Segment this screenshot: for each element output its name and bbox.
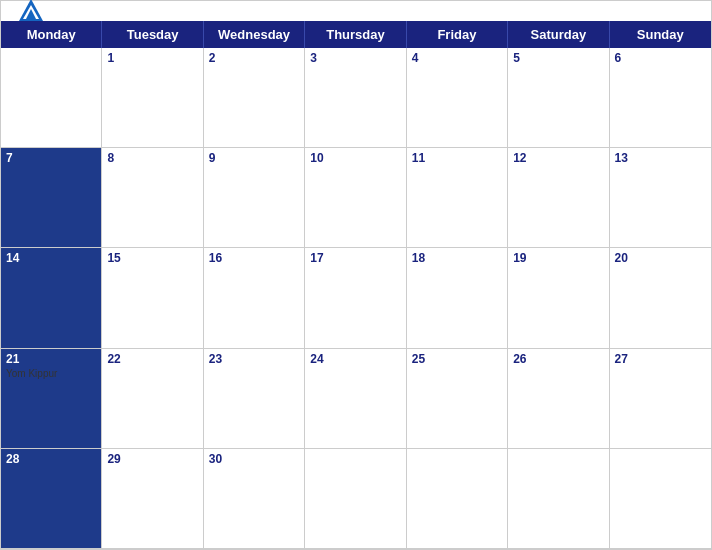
days-header: Monday Tuesday Wednesday Thursday Friday… xyxy=(1,21,711,48)
date-number: 1 xyxy=(107,51,197,65)
date-number: 7 xyxy=(6,151,96,165)
date-number: 14 xyxy=(6,251,96,265)
calendar-cell: 28 xyxy=(1,449,102,549)
date-number: 3 xyxy=(310,51,400,65)
date-number: 20 xyxy=(615,251,706,265)
calendar-cell: 20 xyxy=(610,248,711,348)
day-saturday: Saturday xyxy=(508,21,609,48)
calendar-cell: 26 xyxy=(508,349,609,449)
date-number: 9 xyxy=(209,151,299,165)
calendar-cell: 11 xyxy=(407,148,508,248)
calendar-grid: 123456789101112131415161718192021Yom Kip… xyxy=(1,48,711,549)
date-number: 25 xyxy=(412,352,502,366)
calendar-cell: 10 xyxy=(305,148,406,248)
calendar-cell: 25 xyxy=(407,349,508,449)
date-number: 21 xyxy=(6,352,96,366)
day-wednesday: Wednesday xyxy=(204,21,305,48)
calendar-cell: 27 xyxy=(610,349,711,449)
calendar-cell: 21Yom Kippur xyxy=(1,349,102,449)
calendar-cell: 19 xyxy=(508,248,609,348)
calendar-cell: 15 xyxy=(102,248,203,348)
day-monday: Monday xyxy=(1,21,102,48)
date-number: 26 xyxy=(513,352,603,366)
calendar-cell: 6 xyxy=(610,48,711,148)
calendar-cell: 12 xyxy=(508,148,609,248)
calendar-cell: 3 xyxy=(305,48,406,148)
date-number: 8 xyxy=(107,151,197,165)
logo-icon xyxy=(17,0,45,25)
calendar-cell: 2 xyxy=(204,48,305,148)
date-number: 10 xyxy=(310,151,400,165)
calendar-cell xyxy=(508,449,609,549)
date-number: 4 xyxy=(412,51,502,65)
date-number: 19 xyxy=(513,251,603,265)
calendar-cell xyxy=(1,48,102,148)
calendar-cell: 23 xyxy=(204,349,305,449)
calendar-cell: 9 xyxy=(204,148,305,248)
date-number: 2 xyxy=(209,51,299,65)
date-number: 16 xyxy=(209,251,299,265)
date-number: 24 xyxy=(310,352,400,366)
calendar-cell xyxy=(610,449,711,549)
date-number: 23 xyxy=(209,352,299,366)
logo xyxy=(17,0,49,25)
date-number: 11 xyxy=(412,151,502,165)
calendar-cell: 29 xyxy=(102,449,203,549)
date-number: 6 xyxy=(615,51,706,65)
calendar-cell: 17 xyxy=(305,248,406,348)
calendar-cell: 14 xyxy=(1,248,102,348)
calendar-cell: 18 xyxy=(407,248,508,348)
calendar-cell: 5 xyxy=(508,48,609,148)
calendar-cell xyxy=(407,449,508,549)
day-sunday: Sunday xyxy=(610,21,711,48)
calendar-cell: 24 xyxy=(305,349,406,449)
calendar-cell: 7 xyxy=(1,148,102,248)
date-number: 15 xyxy=(107,251,197,265)
date-number: 5 xyxy=(513,51,603,65)
date-number: 18 xyxy=(412,251,502,265)
calendar-cell: 8 xyxy=(102,148,203,248)
day-tuesday: Tuesday xyxy=(102,21,203,48)
calendar-cell: 22 xyxy=(102,349,203,449)
calendar-cell: 30 xyxy=(204,449,305,549)
calendar-cell xyxy=(305,449,406,549)
calendar-header xyxy=(1,1,711,21)
holiday-label: Yom Kippur xyxy=(6,368,96,379)
date-number: 12 xyxy=(513,151,603,165)
calendar-cell: 1 xyxy=(102,48,203,148)
day-friday: Friday xyxy=(407,21,508,48)
date-number: 17 xyxy=(310,251,400,265)
calendar-cell: 16 xyxy=(204,248,305,348)
calendar-cell: 13 xyxy=(610,148,711,248)
date-number: 28 xyxy=(6,452,96,466)
date-number: 29 xyxy=(107,452,197,466)
day-thursday: Thursday xyxy=(305,21,406,48)
date-number: 30 xyxy=(209,452,299,466)
calendar: Monday Tuesday Wednesday Thursday Friday… xyxy=(0,0,712,550)
calendar-cell: 4 xyxy=(407,48,508,148)
date-number: 13 xyxy=(615,151,706,165)
date-number: 27 xyxy=(615,352,706,366)
date-number: 22 xyxy=(107,352,197,366)
